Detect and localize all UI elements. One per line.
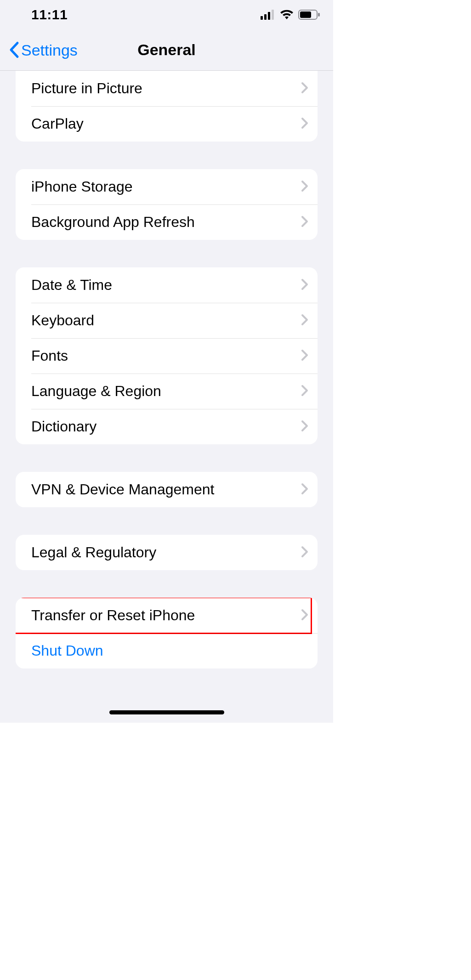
row-label: Background App Refresh [31,214,301,231]
svg-rect-1 [264,14,267,20]
wifi-icon [280,10,294,20]
chevron-right-icon [301,215,308,229]
settings-group: Date & TimeKeyboardFontsLanguage & Regio… [16,267,318,444]
row-label: VPN & Device Management [31,481,301,498]
settings-group: Picture in PictureCarPlay [16,71,318,142]
chevron-right-icon [301,180,308,194]
chevron-right-icon [301,385,308,398]
status-time: 11:11 [31,7,68,23]
chevron-right-icon [301,117,308,131]
back-button[interactable]: Settings [8,41,78,59]
row-label: CarPlay [31,115,301,132]
settings-row-dict[interactable]: Dictionary [16,409,318,444]
settings-row-vpn[interactable]: VPN & Device Management [16,472,318,507]
chevron-right-icon [301,546,308,560]
chevron-right-icon [301,420,308,434]
svg-rect-0 [261,16,263,20]
chevron-right-icon [301,483,308,497]
battery-icon [298,10,320,20]
status-indicators [261,10,320,20]
svg-rect-2 [268,12,270,20]
row-label: Transfer or Reset iPhone [31,607,301,624]
settings-group: VPN & Device Management [16,472,318,507]
cellular-icon [261,10,275,20]
settings-row-shutdown[interactable]: Shut Down [16,633,318,668]
back-label: Settings [21,41,78,59]
chevron-right-icon [301,314,308,328]
settings-row-transfer[interactable]: Transfer or Reset iPhone [16,598,318,633]
settings-row-datetime[interactable]: Date & Time [16,267,318,303]
settings-row-carplay[interactable]: CarPlay [16,106,318,142]
row-label: Keyboard [31,312,301,329]
row-label: iPhone Storage [31,178,301,195]
home-indicator[interactable] [109,710,224,714]
settings-row-pip[interactable]: Picture in Picture [16,71,318,106]
row-label: Shut Down [31,642,308,659]
settings-group: iPhone StorageBackground App Refresh [16,169,318,240]
svg-rect-6 [318,13,320,17]
settings-row-langreg[interactable]: Language & Region [16,374,318,409]
svg-rect-5 [300,11,311,18]
settings-row-fonts[interactable]: Fonts [16,338,318,374]
row-label: Date & Time [31,277,301,294]
nav-bar: Settings General [0,29,333,71]
row-label: Picture in Picture [31,80,301,97]
settings-row-keyboard[interactable]: Keyboard [16,303,318,338]
row-label: Fonts [31,347,301,364]
settings-content: Picture in PictureCarPlayiPhone StorageB… [0,71,333,696]
chevron-left-icon [8,41,19,59]
settings-group: Transfer or Reset iPhoneShut Down [16,598,318,668]
chevron-right-icon [301,82,308,96]
settings-row-legal[interactable]: Legal & Regulatory [16,535,318,570]
settings-row-storage[interactable]: iPhone Storage [16,169,318,204]
status-bar: 11:11 [0,0,333,29]
row-label: Dictionary [31,418,301,435]
chevron-right-icon [301,349,308,363]
settings-group: Legal & Regulatory [16,535,318,570]
svg-rect-3 [272,10,274,20]
chevron-right-icon [301,609,308,623]
chevron-right-icon [301,278,308,292]
row-label: Legal & Regulatory [31,544,301,561]
settings-row-bgrefresh[interactable]: Background App Refresh [16,204,318,240]
row-label: Language & Region [31,383,301,400]
phone-screen: 11:11 [0,0,333,723]
